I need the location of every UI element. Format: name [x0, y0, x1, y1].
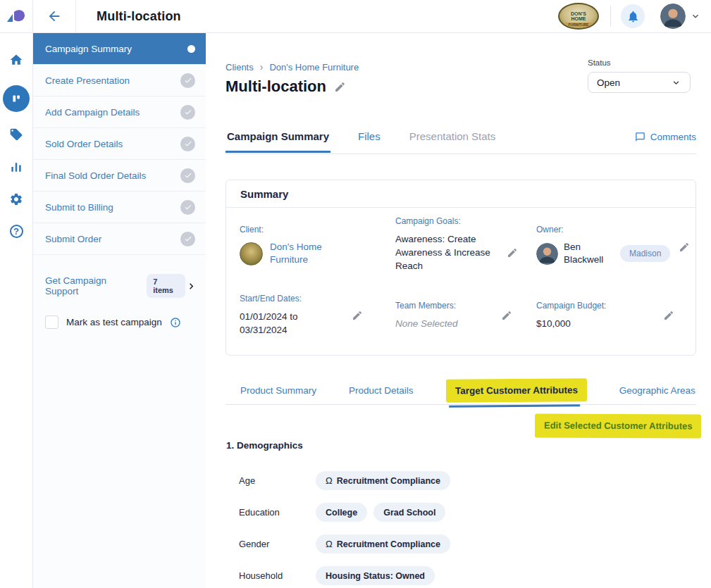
attr-row-household: Household Housing Status: Owned: [225, 566, 696, 585]
chevron-down-icon: [690, 11, 701, 22]
omega-icon: Ω: [326, 475, 333, 486]
client-label: Client:: [240, 225, 395, 234]
topbar: Multi-location DON'S HOME FURNITURE: [0, 0, 711, 33]
test-campaign-label: Mark as test campaign: [66, 317, 162, 327]
nav-settings[interactable]: [9, 192, 23, 206]
check-circle-icon: [180, 73, 195, 88]
comments-button[interactable]: Comments: [635, 130, 696, 142]
edit-title-pencil-icon[interactable]: [334, 81, 346, 93]
sidebar-item-campaign-summary[interactable]: Campaign Summary: [33, 33, 206, 65]
sidebar-item-label: Final Sold Order Details: [45, 170, 146, 181]
topbar-divider: [610, 6, 611, 27]
sidebar-item-create-presentation[interactable]: Create Presentation: [33, 65, 206, 96]
omega-icon: Ω: [326, 539, 333, 549]
notifications-button[interactable]: [621, 4, 645, 28]
budget-label: Campaign Budget:: [536, 301, 606, 311]
status-select[interactable]: Open: [588, 72, 691, 93]
sidebar-item-label: Campaign Summary: [45, 44, 132, 54]
sidebar-item-submit-to-billing[interactable]: Submit to Billing: [33, 192, 206, 223]
app-logo[interactable]: [0, 0, 33, 32]
attribute-chip: Ω Recruitment Compliance: [316, 534, 450, 553]
sidebar-item-sold-order-details[interactable]: Sold Order Details: [33, 128, 206, 160]
team-members-label: Team Members:: [395, 301, 458, 311]
nav-help[interactable]: ?: [10, 225, 23, 238]
chip-label: Housing Status: Owned: [326, 571, 425, 581]
active-indicator-dot: [187, 45, 195, 53]
tab-files[interactable]: Files: [357, 130, 382, 151]
tag-icon: [9, 127, 23, 142]
attr-row-education: Education College Grad School: [225, 503, 696, 522]
tab-campaign-summary[interactable]: Campaign Summary: [225, 130, 330, 153]
attribute-chip: Housing Status: Owned: [316, 566, 435, 585]
subtab-product-summary[interactable]: Product Summary: [240, 385, 316, 396]
owner-avatar: [536, 243, 558, 265]
breadcrumb-clients[interactable]: Clients: [225, 62, 254, 73]
edit-goals-pencil-icon[interactable]: [507, 247, 518, 258]
owner-field: Owner: Ben Blackwell Madison: [536, 225, 690, 273]
owner-label: Owner:: [536, 225, 690, 234]
sidebar-item-label: Add Campaign Details: [45, 107, 140, 118]
team-members-field: Team Members: None Selected: [395, 294, 536, 337]
dashboard-icon: [9, 92, 23, 106]
breadcrumb-client-name[interactable]: Don's Home Furniture: [269, 62, 359, 73]
client-logo: DON'S HOME FURNITURE: [558, 3, 599, 30]
nav-home[interactable]: [9, 53, 23, 67]
sidebar-item-label: Create Presentation: [45, 75, 130, 86]
gear-icon: [9, 192, 23, 206]
tab-presentation-stats[interactable]: Presentation Stats: [408, 130, 497, 151]
edit-budget-pencil-icon[interactable]: [663, 310, 674, 321]
chip-label: Grad School: [383, 508, 435, 518]
user-menu-caret[interactable]: [690, 11, 701, 22]
budget-field: Campaign Budget: $10,000: [536, 294, 684, 337]
sidebar-item-submit-order[interactable]: Submit Order: [33, 223, 206, 255]
attribute-chip: Ω Recruitment Compliance: [316, 471, 450, 490]
user-avatar[interactable]: [660, 4, 686, 29]
bar-chart-icon: [9, 160, 23, 174]
chevron-down-icon: [671, 77, 681, 88]
topbar-title: Multi-location: [97, 9, 181, 24]
team-members-value: None Selected: [395, 317, 458, 330]
edit-team-pencil-icon[interactable]: [501, 310, 512, 321]
budget-value: $10,000: [536, 317, 606, 330]
edit-selected-customer-attributes-link[interactable]: Edit Selected Customer Attributes: [534, 413, 701, 438]
sidebar-item-final-sold-order-details[interactable]: Final Sold Order Details: [33, 160, 206, 192]
attr-label: Age: [239, 475, 316, 486]
comments-label: Comments: [650, 132, 696, 142]
client-name-link[interactable]: Don's Home Furniture: [270, 241, 354, 266]
nav-reports[interactable]: [9, 160, 23, 174]
demographics-rows: Age Ω Recruitment Compliance Education C…: [225, 471, 696, 588]
page-title: Multi-location: [225, 77, 326, 96]
attribute-chip: Grad School: [373, 503, 445, 522]
summary-card-title: Summary: [226, 180, 695, 208]
back-button[interactable]: [33, 0, 76, 32]
client-logo-line1: DON'S: [571, 11, 586, 16]
breadcrumb: Clients › Don's Home Furniture: [225, 61, 359, 73]
edit-dates-pencil-icon[interactable]: [352, 310, 363, 321]
main-content: Clients › Don's Home Furniture Multi-loc…: [206, 33, 711, 588]
attribute-chip: College: [316, 503, 367, 522]
status-block: Status Open: [588, 58, 691, 93]
sidebar-item-add-campaign-details[interactable]: Add Campaign Details: [33, 96, 206, 128]
sidebar-item-label: Submit Order: [45, 234, 101, 244]
nav-tags[interactable]: [9, 127, 23, 142]
edit-owner-pencil-icon[interactable]: [679, 242, 690, 253]
page-title-row: Multi-location: [225, 77, 346, 96]
edit-attributes-row: Edit Selected Customer Attributes: [535, 414, 701, 438]
info-icon[interactable]: [170, 317, 181, 328]
check-circle-icon: [180, 200, 195, 215]
nav-campaigns[interactable]: [3, 85, 30, 112]
subtab-target-customer-attributes[interactable]: Target Customer Attributes: [445, 378, 586, 402]
check-circle-icon: [180, 168, 195, 183]
support-label: Get Campaign Support: [45, 275, 140, 296]
subtab-geographic-areas[interactable]: Geographic Areas: [619, 385, 695, 396]
summary-card: Summary Client: Don's Home Furniture Cam…: [225, 180, 696, 356]
user-avatar-image: [660, 4, 686, 29]
subtab-product-details[interactable]: Product Details: [349, 385, 414, 396]
comment-icon: [635, 132, 645, 142]
test-campaign-checkbox[interactable]: [45, 315, 58, 329]
dates-label: Start/End Dates:: [240, 294, 324, 304]
bell-icon: [626, 10, 640, 23]
campaign-goals-value: Awareness: Create Awareness & Increase R…: [395, 232, 498, 273]
get-campaign-support[interactable]: Get Campaign Support 7 items: [33, 274, 206, 298]
client-logo-avatar: [240, 242, 263, 265]
